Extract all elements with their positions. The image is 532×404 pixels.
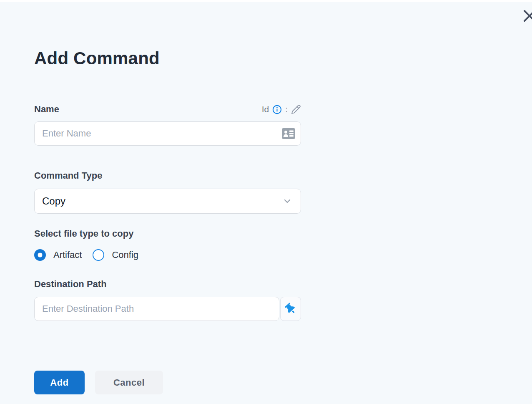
name-label: Name xyxy=(34,104,59,115)
id-cluster: Id : xyxy=(262,104,301,114)
close-icon[interactable] xyxy=(522,9,532,23)
cancel-button[interactable]: Cancel xyxy=(95,371,163,394)
pin-addon-button[interactable] xyxy=(280,297,301,321)
edit-pencil-icon[interactable] xyxy=(291,104,301,114)
radio-config-label: Config xyxy=(112,250,138,260)
page-title: Add Command xyxy=(34,48,160,68)
command-type-select[interactable]: Copy xyxy=(34,189,301,214)
action-button-row: Add Cancel xyxy=(34,371,163,394)
name-input-wrap xyxy=(34,121,301,146)
chevron-down-icon xyxy=(282,196,292,206)
destination-path-input[interactable] xyxy=(34,297,279,321)
command-type-value: Copy xyxy=(42,195,65,207)
id-colon: : xyxy=(285,104,288,114)
close-icon-glyph xyxy=(522,9,532,23)
file-type-label: Select file type to copy xyxy=(34,228,133,239)
id-label: Id xyxy=(262,104,269,114)
radio-artifact-circle[interactable] xyxy=(34,249,46,261)
contact-card-icon xyxy=(282,128,295,139)
destination-path-group xyxy=(34,297,301,321)
name-input[interactable] xyxy=(34,121,301,146)
name-label-row: Name Id : xyxy=(34,103,301,116)
file-type-radio-group: Artifact Config xyxy=(34,248,138,262)
add-command-panel: Add Command Name Id : xyxy=(34,0,301,404)
radio-config-circle[interactable] xyxy=(93,249,104,261)
add-button[interactable]: Add xyxy=(34,371,85,394)
radio-option-artifact[interactable]: Artifact xyxy=(34,249,82,261)
radio-option-config[interactable]: Config xyxy=(93,249,138,261)
pushpin-icon xyxy=(283,301,299,317)
destination-path-label: Destination Path xyxy=(34,279,107,290)
info-icon[interactable] xyxy=(272,105,282,114)
radio-artifact-label: Artifact xyxy=(53,250,82,260)
command-type-label: Command Type xyxy=(34,170,102,181)
